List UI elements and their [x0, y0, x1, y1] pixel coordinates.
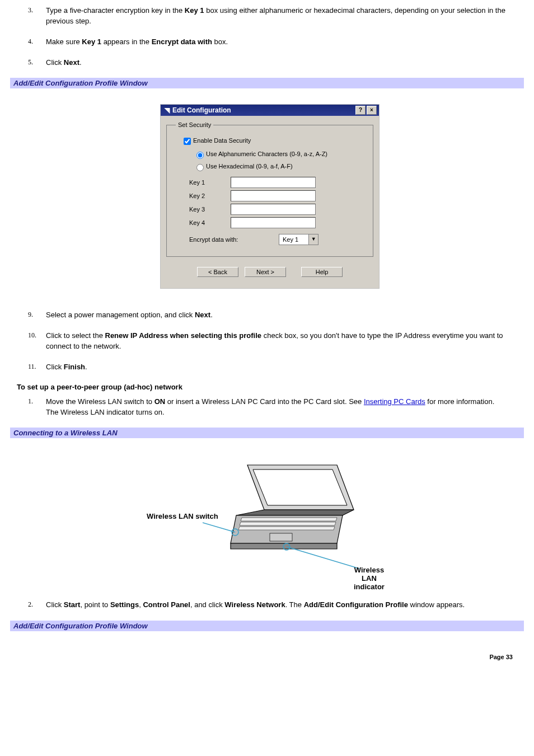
svg-marker-2 [236, 510, 354, 515]
key2-input[interactable] [231, 190, 316, 201]
chevron-down-icon: ▼ [308, 234, 318, 245]
step-num: 1. [28, 397, 33, 406]
app-icon: ◥ [163, 106, 171, 114]
step-text: Move the Wireless LAN switch to ON or in… [46, 397, 494, 416]
page-number: Page 33 [17, 654, 523, 660]
step-text: Click Next. [46, 58, 82, 67]
key1-row: Key 1 [189, 177, 364, 188]
checkbox-label: Enable Data Security [193, 138, 251, 144]
radio-label: Use Hexadecimal (0-9, a-f, A-F) [206, 163, 293, 170]
section-bar-3: Add/Edit Configuration Profile Window [10, 621, 524, 631]
key-label: Key 2 [189, 192, 231, 199]
text: The Wireless LAN indicator turns on. [46, 408, 165, 416]
svg-line-9 [203, 521, 235, 532]
titlebar: ◥ Edit Configuration ? × [161, 105, 379, 116]
text: . [210, 311, 213, 319]
step-10: 10. Click to select the Renew IP Address… [17, 331, 523, 352]
text: Click [46, 58, 64, 67]
dialog-body: Set Security Enable Data Security Use Al… [161, 116, 379, 288]
encrypt-label: Encrypt data with: [189, 236, 279, 243]
figure-laptop: Wireless LAN switch [17, 454, 523, 579]
key-label: Key 1 [189, 179, 231, 186]
step-5: 5. Click Next. [17, 58, 523, 68]
svg-rect-8 [270, 533, 292, 541]
close-button[interactable]: × [367, 106, 377, 115]
step-4: 4. Make sure Key 1 appears in the Encryp… [17, 37, 523, 48]
bold: Next [195, 311, 210, 319]
step-text: Make sure Key 1 appears in the Encrypt d… [46, 37, 228, 46]
key3-input[interactable] [231, 204, 316, 215]
bold: Wireless Network [224, 600, 285, 609]
text: Click [46, 363, 64, 371]
key-label: Key 4 [189, 219, 231, 226]
bold: Key 1 [82, 37, 101, 46]
svg-marker-7 [238, 527, 335, 530]
set-security-group: Set Security Enable Data Security Use Al… [166, 121, 373, 257]
bold: Start [64, 600, 81, 609]
text: window appears. [408, 600, 465, 609]
text: appears in the [101, 37, 152, 46]
laptop-icon [203, 459, 359, 571]
key4-row: Key 4 [189, 217, 364, 228]
step-num: 10. [28, 331, 36, 340]
inserting-pc-cards-link[interactable]: Inserting PC Cards [364, 397, 425, 406]
key3-row: Key 3 [189, 204, 364, 215]
encrypt-select[interactable]: Key 1 ▼ [279, 234, 318, 245]
step-num: 3. [28, 6, 33, 15]
hex-radio[interactable] [196, 164, 204, 171]
svg-marker-1 [253, 469, 347, 505]
text: , and click [190, 600, 224, 609]
svg-marker-5 [241, 518, 337, 521]
text: Type a five-character encryption key in … [46, 6, 185, 15]
alphanumeric-radio[interactable] [196, 152, 204, 159]
encrypt-value: Key 1 [279, 236, 308, 243]
key1-input[interactable] [231, 177, 316, 188]
help-button[interactable]: ? [355, 106, 366, 115]
bold: Renew IP Address when selecting this pro… [105, 331, 262, 340]
section-bar-1: Add/Edit Configuration Profile Window [10, 78, 524, 88]
text: Make sure [46, 37, 82, 46]
bold: Key 1 [185, 6, 204, 15]
step-num: 11. [28, 362, 36, 372]
group-legend: Set Security [176, 121, 213, 128]
text: Move the Wireless LAN switch to [46, 397, 154, 406]
adhoc-step-1: 1. Move the Wireless LAN switch to ON or… [17, 397, 523, 418]
step-num: 5. [28, 58, 33, 67]
bold: Control Panel [143, 600, 190, 609]
enable-security-checkbox[interactable] [184, 138, 191, 145]
bold: Settings [110, 600, 139, 609]
svg-line-11 [287, 547, 359, 569]
back-button[interactable]: < Back [197, 267, 238, 277]
step-text: Click Start, point to Settings, Control … [46, 600, 465, 609]
hex-row: Use Hexadecimal (0-9, a-f, A-F) [194, 162, 364, 171]
text: . [79, 58, 82, 67]
step-9: 9. Select a power management option, and… [17, 310, 523, 321]
text: for more information. [425, 397, 495, 406]
text: Select a power management option, and cl… [46, 311, 195, 319]
key2-row: Key 2 [189, 190, 364, 201]
subheading-adhoc: To set up a peer-to-peer group (ad-hoc) … [17, 383, 523, 391]
text: Click [46, 600, 64, 609]
encrypt-with-row: Encrypt data with: Key 1 ▼ [189, 234, 364, 245]
callout-indicator: Wireless LAN indicator [354, 566, 385, 591]
bold: Add/Edit Configuration Profile [304, 600, 408, 609]
key4-input[interactable] [231, 217, 316, 228]
text: or insert a Wireless LAN PC Card into th… [165, 397, 364, 406]
adhoc-step-2: 2. Click Start, point to Settings, Contr… [17, 600, 523, 611]
step-num: 2. [28, 600, 33, 609]
step-text: Click Finish. [46, 363, 87, 371]
callout-switch: Wireless LAN switch [147, 512, 218, 520]
alphanumeric-row: Use Alphanumeric Characters (0-9, a-z, A… [194, 150, 364, 159]
help-button-2[interactable]: Help [301, 267, 343, 277]
section-bar-2: Connecting to a Wireless LAN [10, 428, 524, 438]
svg-marker-6 [240, 522, 336, 525]
bold: Encrypt data with [152, 37, 212, 46]
next-button[interactable]: Next > [245, 267, 286, 277]
text: box. [212, 37, 228, 46]
step-text: Type a five-character encryption key in … [46, 6, 505, 25]
key-label: Key 3 [189, 206, 231, 213]
step-num: 9. [28, 310, 33, 320]
text: , point to [80, 600, 110, 609]
bold: Next [64, 58, 79, 67]
bold: ON [154, 397, 166, 406]
